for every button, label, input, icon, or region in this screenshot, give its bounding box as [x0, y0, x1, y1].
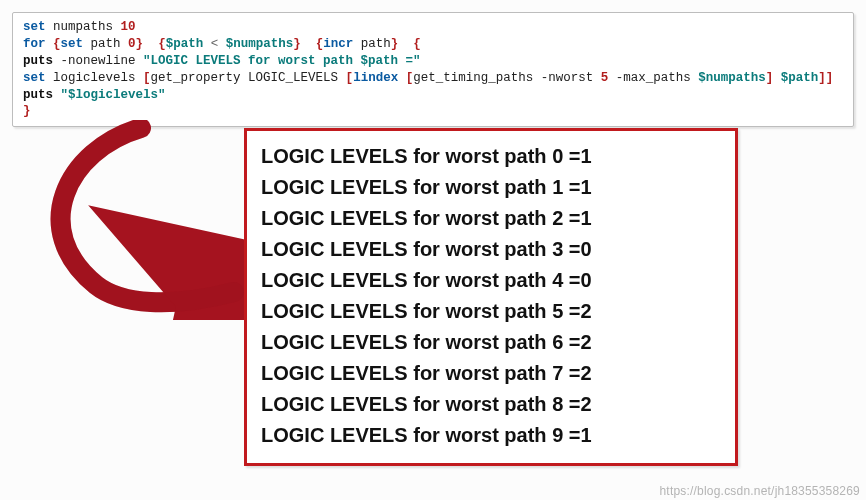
output-path-index: 7 [552, 362, 563, 384]
output-path-index: 9 [552, 424, 563, 446]
code-token: [ [346, 71, 354, 85]
output-line: LOGIC LEVELS for worst path 7 =2 [261, 358, 721, 389]
output-prefix: LOGIC LEVELS for worst path [261, 145, 552, 167]
arrow-graphic [36, 120, 246, 320]
output-value: 1 [581, 145, 592, 167]
code-token: $path [781, 71, 819, 85]
code-token: path [83, 37, 128, 51]
output-line: LOGIC LEVELS for worst path 3 =0 [261, 234, 721, 265]
code-token: incr [323, 37, 353, 51]
output-prefix: LOGIC LEVELS for worst path [261, 300, 552, 322]
code-token: get_property LOGIC_LEVELS [151, 71, 346, 85]
code-line: puts "$logiclevels" [23, 87, 843, 104]
output-line: LOGIC LEVELS for worst path 5 =2 [261, 296, 721, 327]
code-token: ] [818, 71, 826, 85]
output-prefix: LOGIC LEVELS for worst path [261, 238, 552, 260]
output-line: LOGIC LEVELS for worst path 9 =1 [261, 420, 721, 451]
code-token: } [23, 104, 31, 118]
output-prefix: LOGIC LEVELS for worst path [261, 362, 552, 384]
code-token: "$logiclevels" [61, 88, 166, 102]
code-token: $path [166, 37, 204, 51]
output-line: LOGIC LEVELS for worst path 8 =2 [261, 389, 721, 420]
output-path-index: 1 [552, 176, 563, 198]
code-token: get_timing_paths -nworst [413, 71, 601, 85]
output-value: 1 [581, 424, 592, 446]
output-equals: = [563, 331, 580, 353]
code-token [398, 71, 406, 85]
code-token [143, 37, 158, 51]
output-path-index: 0 [552, 145, 563, 167]
output-equals: = [563, 393, 580, 415]
code-token: puts [23, 88, 53, 102]
output-prefix: LOGIC LEVELS for worst path [261, 331, 552, 353]
output-prefix: LOGIC LEVELS for worst path [261, 393, 552, 415]
code-token: { [413, 37, 421, 51]
code-token: -max_paths [608, 71, 698, 85]
output-prefix: LOGIC LEVELS for worst path [261, 176, 552, 198]
output-path-index: 5 [552, 300, 563, 322]
output-value: 0 [581, 238, 592, 260]
code-token: $numpaths [698, 71, 766, 85]
output-line: LOGIC LEVELS for worst path 4 =0 [261, 265, 721, 296]
code-token: ] [826, 71, 834, 85]
code-token: -nonewline [53, 54, 143, 68]
code-line: set logiclevels [get_property LOGIC_LEVE… [23, 70, 843, 87]
code-token [773, 71, 781, 85]
code-line: for {set path 0} {$path < $numpaths} {in… [23, 36, 843, 53]
code-token: 10 [121, 20, 136, 34]
code-token: < [203, 37, 226, 51]
output-prefix: LOGIC LEVELS for worst path [261, 424, 552, 446]
output-line: LOGIC LEVELS for worst path 0 =1 [261, 141, 721, 172]
code-token: 0 [128, 37, 136, 51]
code-token: } [136, 37, 144, 51]
output-value: 2 [581, 300, 592, 322]
output-path-index: 6 [552, 331, 563, 353]
code-token: numpaths [46, 20, 121, 34]
code-line: set numpaths 10 [23, 19, 843, 36]
output-equals: = [563, 176, 580, 198]
code-token [398, 37, 413, 51]
output-value: 0 [581, 269, 592, 291]
output-value: 1 [581, 176, 592, 198]
output-equals: = [563, 300, 580, 322]
tcl-code-block: set numpaths 10for {set path 0} {$path <… [12, 12, 854, 127]
code-token: set [23, 20, 46, 34]
code-line: } [23, 103, 843, 120]
code-line: puts -nonewline "LOGIC LEVELS for worst … [23, 53, 843, 70]
output-path-index: 2 [552, 207, 563, 229]
code-token: } [293, 37, 301, 51]
output-prefix: LOGIC LEVELS for worst path [261, 269, 552, 291]
output-box: LOGIC LEVELS for worst path 0 =1LOGIC LE… [244, 128, 738, 466]
output-path-index: 3 [552, 238, 563, 260]
output-value: 2 [581, 331, 592, 353]
output-equals: = [563, 207, 580, 229]
output-value: 2 [581, 362, 592, 384]
code-token: set [23, 71, 46, 85]
output-value: 2 [581, 393, 592, 415]
code-token [301, 37, 316, 51]
output-path-index: 4 [552, 269, 563, 291]
code-token: puts [23, 54, 53, 68]
code-token: [ [143, 71, 151, 85]
code-token: set [61, 37, 84, 51]
code-token: $numpaths [226, 37, 294, 51]
code-token: { [158, 37, 166, 51]
output-equals: = [563, 362, 580, 384]
output-value: 1 [581, 207, 592, 229]
output-equals: = [563, 145, 580, 167]
source-watermark: https://blog.csdn.net/jh18355358269 [660, 484, 861, 498]
output-prefix: LOGIC LEVELS for worst path [261, 207, 552, 229]
code-token: "LOGIC LEVELS for worst path $path =" [143, 54, 421, 68]
code-token: logiclevels [46, 71, 144, 85]
output-line: LOGIC LEVELS for worst path 2 =1 [261, 203, 721, 234]
code-token [53, 88, 61, 102]
code-token [46, 37, 54, 51]
output-line: LOGIC LEVELS for worst path 1 =1 [261, 172, 721, 203]
output-equals: = [563, 424, 580, 446]
output-line: LOGIC LEVELS for worst path 6 =2 [261, 327, 721, 358]
output-equals: = [563, 238, 580, 260]
code-token: for [23, 37, 46, 51]
output-equals: = [563, 269, 580, 291]
code-token: lindex [353, 71, 398, 85]
output-path-index: 8 [552, 393, 563, 415]
